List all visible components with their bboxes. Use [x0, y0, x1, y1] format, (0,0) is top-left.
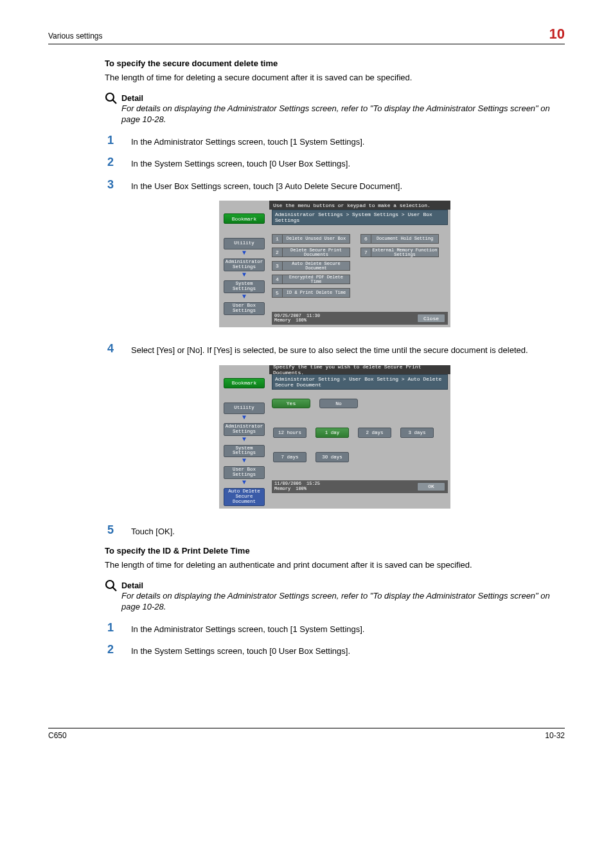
section2-intro: The length of time for deleting an authe… — [105, 559, 565, 571]
step-number: 1 — [105, 622, 114, 633]
arrow-down-icon: ▼ — [242, 437, 246, 442]
arrow-down-icon: ▼ — [242, 480, 246, 485]
sidebar-item-user-box-settings[interactable]: User Box Settings — [224, 302, 265, 315]
choice-30-days[interactable]: 30 days — [315, 452, 349, 462]
step-text: In the System Settings screen, touch [0 … — [131, 644, 350, 657]
status-mem: 100% — [296, 318, 306, 323]
step-number: 2 — [105, 644, 114, 655]
detail-desc: For details on displaying the Administra… — [121, 590, 565, 613]
svg-line-3 — [113, 587, 117, 591]
section2-steps: 1In the Administrator Settings screen, t… — [105, 622, 565, 657]
arrow-down-icon: ▼ — [242, 273, 246, 278]
chapter-number: 10 — [549, 26, 565, 42]
detail-note-2: Detail For details on displaying the Adm… — [105, 581, 565, 613]
opt-num[interactable]: 4 — [272, 275, 282, 284]
instruction-bar: Specify the time you wish to delete Secu… — [269, 365, 450, 374]
section2-title: To specify the ID & Print Delete Time — [105, 546, 565, 556]
opt-id-print-delete[interactable]: ID & Print Delete Time — [282, 288, 350, 298]
sidebar-item-system-settings[interactable]: System Settings — [224, 280, 265, 293]
svg-point-2 — [106, 581, 114, 588]
bookmark-button[interactable]: Bookmark — [224, 213, 265, 224]
section1-step5: 5Touch [OK]. — [105, 524, 565, 538]
step-number: 3 — [105, 179, 114, 190]
step-number: 1 — [105, 134, 114, 146]
step-text: In the User Box Settings screen, touch [… — [131, 179, 402, 192]
arrow-down-icon: ▼ — [242, 251, 246, 256]
admin-screen-auto-delete-secure: Specify the time you wish to delete Secu… — [219, 365, 450, 509]
opt-num[interactable]: 5 — [272, 288, 282, 298]
opt-external-memory[interactable]: External Memory Function Settings — [371, 248, 439, 257]
magnifier-icon — [104, 579, 118, 595]
status-bar: 09/25/200711:30 Memory100% Close — [272, 312, 448, 325]
status-mem-label: Memory — [274, 487, 290, 492]
section1-intro: The length of time for deleting a secure… — [105, 72, 565, 84]
admin-screen-user-box-settings: Use the menu buttons or keypad to make a… — [219, 201, 450, 327]
sidebar-item-admin-settings[interactable]: Administrator Settings — [224, 258, 265, 271]
svg-line-1 — [113, 100, 117, 104]
status-time: 11:30 — [306, 314, 320, 319]
step-text: In the Administrator Settings screen, to… — [131, 622, 364, 635]
section1-steps: 1In the Administrator Settings screen, t… — [105, 134, 565, 192]
footer-page: 10-32 — [545, 731, 565, 740]
choice-7-days[interactable]: 7 days — [273, 452, 306, 462]
opt-encrypted-pdf-delete[interactable]: Encrypted PDF Delete Time — [282, 275, 350, 284]
detail-label: Detail — [121, 581, 565, 590]
choice-1-day[interactable]: 1 day — [315, 428, 349, 438]
svg-point-0 — [106, 93, 114, 101]
opt-delete-unused-user-box[interactable]: Delete Unused User Box — [282, 234, 350, 244]
sidebar-item-user-box-settings[interactable]: User Box Settings — [224, 466, 265, 479]
page-footer: C650 10-32 — [48, 728, 565, 740]
opt-delete-secure-print[interactable]: Delete Secure Print Documents — [282, 248, 350, 257]
step-text: Select [Yes] or [No]. If [Yes] is select… — [131, 343, 528, 356]
ok-button[interactable]: OK — [417, 482, 445, 491]
opt-num[interactable]: 2 — [272, 248, 282, 257]
step-number: 2 — [105, 156, 114, 168]
opt-num[interactable]: 7 — [360, 248, 371, 257]
sidebar-item-admin-settings[interactable]: Administrator Settings — [224, 423, 265, 436]
arrow-down-icon: ▼ — [242, 458, 246, 464]
status-mem-label: Memory — [274, 318, 290, 323]
sidebar-item-system-settings[interactable]: System Settings — [224, 445, 265, 458]
step-text: In the Administrator Settings screen, to… — [131, 134, 364, 148]
status-bar: 11/09/200615:25 Memory100% OK — [272, 480, 448, 493]
arrow-down-icon: ▼ — [242, 415, 246, 420]
magnifier-icon — [104, 91, 118, 107]
sidebar-item-auto-delete-secure[interactable]: Auto Delete Secure Document — [224, 488, 265, 506]
bookmark-button[interactable]: Bookmark — [224, 378, 265, 388]
opt-num[interactable]: 1 — [272, 234, 282, 244]
yes-tab[interactable]: Yes — [272, 399, 310, 408]
section1-step4: 4Select [Yes] or [No]. If [Yes] is selec… — [105, 343, 565, 356]
sidebar-item-utility[interactable]: Utility — [224, 402, 265, 414]
step-number: 4 — [105, 343, 114, 354]
detail-desc: For details on displaying the Administra… — [121, 103, 565, 125]
status-mem: 100% — [296, 487, 306, 492]
opt-document-hold[interactable]: Document Hold Setting — [371, 234, 439, 244]
no-tab[interactable]: No — [319, 399, 358, 408]
sidebar-item-utility[interactable]: Utility — [224, 238, 265, 249]
instruction-bar: Use the menu buttons or keypad to make a… — [269, 201, 450, 210]
detail-label: Detail — [121, 94, 565, 103]
opt-num[interactable]: 3 — [272, 261, 282, 271]
choice-2-days[interactable]: 2 days — [358, 428, 391, 438]
detail-note-1: Detail For details on displaying the Adm… — [105, 94, 565, 125]
choice-12-hours[interactable]: 12 hours — [273, 428, 306, 438]
choice-3-days[interactable]: 3 days — [400, 428, 434, 438]
arrow-down-icon: ▼ — [242, 294, 246, 300]
close-button[interactable]: Close — [417, 314, 445, 323]
footer-model: C650 — [48, 731, 67, 740]
breadcrumb: Administrator Setting > User Box Setting… — [272, 374, 448, 390]
step-text: Touch [OK]. — [131, 524, 175, 538]
section1-title: To specify the secure document delete ti… — [105, 59, 565, 68]
step-text: In the System Settings screen, touch [0 … — [131, 156, 350, 170]
breadcrumb: Administrator Settings > System Settings… — [272, 210, 448, 225]
status-time: 15:25 — [306, 482, 320, 487]
header-section: Various settings — [48, 32, 103, 41]
opt-auto-delete-secure-doc[interactable]: Auto Delete Secure Document — [282, 261, 350, 271]
step-number: 5 — [105, 524, 114, 536]
opt-num[interactable]: 6 — [360, 234, 371, 244]
page-header: Various settings 10 — [48, 26, 565, 44]
